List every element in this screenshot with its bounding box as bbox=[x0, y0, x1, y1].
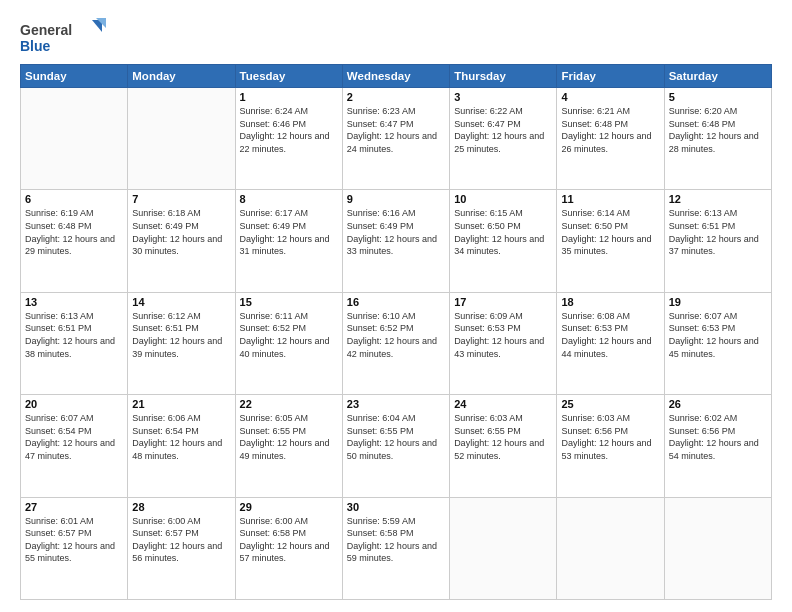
calendar-cell bbox=[128, 88, 235, 190]
weekday-header-sunday: Sunday bbox=[21, 65, 128, 88]
day-number: 11 bbox=[561, 193, 659, 205]
calendar-cell bbox=[664, 497, 771, 599]
day-number: 26 bbox=[669, 398, 767, 410]
day-number: 22 bbox=[240, 398, 338, 410]
calendar-cell: 30Sunrise: 5:59 AMSunset: 6:58 PMDayligh… bbox=[342, 497, 449, 599]
day-number: 29 bbox=[240, 501, 338, 513]
weekday-header-row: SundayMondayTuesdayWednesdayThursdayFrid… bbox=[21, 65, 772, 88]
day-info: Sunrise: 6:23 AMSunset: 6:47 PMDaylight:… bbox=[347, 105, 445, 155]
calendar-week-row: 1Sunrise: 6:24 AMSunset: 6:46 PMDaylight… bbox=[21, 88, 772, 190]
calendar-cell: 14Sunrise: 6:12 AMSunset: 6:51 PMDayligh… bbox=[128, 292, 235, 394]
calendar-cell: 16Sunrise: 6:10 AMSunset: 6:52 PMDayligh… bbox=[342, 292, 449, 394]
day-info: Sunrise: 6:09 AMSunset: 6:53 PMDaylight:… bbox=[454, 310, 552, 360]
day-info: Sunrise: 6:21 AMSunset: 6:48 PMDaylight:… bbox=[561, 105, 659, 155]
day-number: 8 bbox=[240, 193, 338, 205]
day-number: 16 bbox=[347, 296, 445, 308]
calendar-cell: 17Sunrise: 6:09 AMSunset: 6:53 PMDayligh… bbox=[450, 292, 557, 394]
calendar-cell: 27Sunrise: 6:01 AMSunset: 6:57 PMDayligh… bbox=[21, 497, 128, 599]
calendar-cell: 23Sunrise: 6:04 AMSunset: 6:55 PMDayligh… bbox=[342, 395, 449, 497]
calendar-cell: 12Sunrise: 6:13 AMSunset: 6:51 PMDayligh… bbox=[664, 190, 771, 292]
day-info: Sunrise: 6:13 AMSunset: 6:51 PMDaylight:… bbox=[25, 310, 123, 360]
calendar-cell: 22Sunrise: 6:05 AMSunset: 6:55 PMDayligh… bbox=[235, 395, 342, 497]
day-info: Sunrise: 6:18 AMSunset: 6:49 PMDaylight:… bbox=[132, 207, 230, 257]
day-number: 20 bbox=[25, 398, 123, 410]
calendar-cell: 29Sunrise: 6:00 AMSunset: 6:58 PMDayligh… bbox=[235, 497, 342, 599]
day-number: 18 bbox=[561, 296, 659, 308]
day-info: Sunrise: 6:13 AMSunset: 6:51 PMDaylight:… bbox=[669, 207, 767, 257]
weekday-header-monday: Monday bbox=[128, 65, 235, 88]
day-info: Sunrise: 6:02 AMSunset: 6:56 PMDaylight:… bbox=[669, 412, 767, 462]
day-number: 19 bbox=[669, 296, 767, 308]
calendar-cell: 15Sunrise: 6:11 AMSunset: 6:52 PMDayligh… bbox=[235, 292, 342, 394]
logo: General Blue bbox=[20, 18, 110, 60]
calendar-cell: 4Sunrise: 6:21 AMSunset: 6:48 PMDaylight… bbox=[557, 88, 664, 190]
page: General Blue SundayMondayTuesdayWednesda… bbox=[0, 0, 792, 612]
day-info: Sunrise: 6:20 AMSunset: 6:48 PMDaylight:… bbox=[669, 105, 767, 155]
calendar-cell: 20Sunrise: 6:07 AMSunset: 6:54 PMDayligh… bbox=[21, 395, 128, 497]
header: General Blue bbox=[20, 18, 772, 60]
weekday-header-friday: Friday bbox=[557, 65, 664, 88]
day-info: Sunrise: 6:07 AMSunset: 6:53 PMDaylight:… bbox=[669, 310, 767, 360]
day-number: 9 bbox=[347, 193, 445, 205]
calendar-cell: 1Sunrise: 6:24 AMSunset: 6:46 PMDaylight… bbox=[235, 88, 342, 190]
weekday-header-wednesday: Wednesday bbox=[342, 65, 449, 88]
calendar-cell: 26Sunrise: 6:02 AMSunset: 6:56 PMDayligh… bbox=[664, 395, 771, 497]
day-info: Sunrise: 6:15 AMSunset: 6:50 PMDaylight:… bbox=[454, 207, 552, 257]
calendar-table: SundayMondayTuesdayWednesdayThursdayFrid… bbox=[20, 64, 772, 600]
day-number: 17 bbox=[454, 296, 552, 308]
day-number: 12 bbox=[669, 193, 767, 205]
calendar-cell bbox=[557, 497, 664, 599]
calendar-cell: 11Sunrise: 6:14 AMSunset: 6:50 PMDayligh… bbox=[557, 190, 664, 292]
svg-text:General: General bbox=[20, 22, 72, 38]
calendar-week-row: 27Sunrise: 6:01 AMSunset: 6:57 PMDayligh… bbox=[21, 497, 772, 599]
calendar-cell: 9Sunrise: 6:16 AMSunset: 6:49 PMDaylight… bbox=[342, 190, 449, 292]
calendar-cell: 13Sunrise: 6:13 AMSunset: 6:51 PMDayligh… bbox=[21, 292, 128, 394]
day-number: 25 bbox=[561, 398, 659, 410]
day-number: 24 bbox=[454, 398, 552, 410]
day-info: Sunrise: 6:19 AMSunset: 6:48 PMDaylight:… bbox=[25, 207, 123, 257]
day-number: 1 bbox=[240, 91, 338, 103]
calendar-cell: 6Sunrise: 6:19 AMSunset: 6:48 PMDaylight… bbox=[21, 190, 128, 292]
logo-svg: General Blue bbox=[20, 18, 110, 60]
day-number: 6 bbox=[25, 193, 123, 205]
calendar-week-row: 13Sunrise: 6:13 AMSunset: 6:51 PMDayligh… bbox=[21, 292, 772, 394]
calendar-week-row: 6Sunrise: 6:19 AMSunset: 6:48 PMDaylight… bbox=[21, 190, 772, 292]
day-number: 7 bbox=[132, 193, 230, 205]
day-number: 2 bbox=[347, 91, 445, 103]
day-number: 23 bbox=[347, 398, 445, 410]
day-number: 21 bbox=[132, 398, 230, 410]
day-number: 30 bbox=[347, 501, 445, 513]
day-number: 10 bbox=[454, 193, 552, 205]
day-info: Sunrise: 6:01 AMSunset: 6:57 PMDaylight:… bbox=[25, 515, 123, 565]
day-info: Sunrise: 6:24 AMSunset: 6:46 PMDaylight:… bbox=[240, 105, 338, 155]
weekday-header-tuesday: Tuesday bbox=[235, 65, 342, 88]
calendar-week-row: 20Sunrise: 6:07 AMSunset: 6:54 PMDayligh… bbox=[21, 395, 772, 497]
svg-text:Blue: Blue bbox=[20, 38, 51, 54]
day-info: Sunrise: 6:11 AMSunset: 6:52 PMDaylight:… bbox=[240, 310, 338, 360]
calendar-cell: 2Sunrise: 6:23 AMSunset: 6:47 PMDaylight… bbox=[342, 88, 449, 190]
day-number: 3 bbox=[454, 91, 552, 103]
weekday-header-thursday: Thursday bbox=[450, 65, 557, 88]
calendar-cell: 7Sunrise: 6:18 AMSunset: 6:49 PMDaylight… bbox=[128, 190, 235, 292]
calendar-cell: 5Sunrise: 6:20 AMSunset: 6:48 PMDaylight… bbox=[664, 88, 771, 190]
day-info: Sunrise: 6:06 AMSunset: 6:54 PMDaylight:… bbox=[132, 412, 230, 462]
weekday-header-saturday: Saturday bbox=[664, 65, 771, 88]
calendar-cell: 25Sunrise: 6:03 AMSunset: 6:56 PMDayligh… bbox=[557, 395, 664, 497]
calendar-cell bbox=[450, 497, 557, 599]
day-info: Sunrise: 6:12 AMSunset: 6:51 PMDaylight:… bbox=[132, 310, 230, 360]
calendar-cell: 28Sunrise: 6:00 AMSunset: 6:57 PMDayligh… bbox=[128, 497, 235, 599]
calendar-cell: 3Sunrise: 6:22 AMSunset: 6:47 PMDaylight… bbox=[450, 88, 557, 190]
day-info: Sunrise: 6:08 AMSunset: 6:53 PMDaylight:… bbox=[561, 310, 659, 360]
calendar-cell: 21Sunrise: 6:06 AMSunset: 6:54 PMDayligh… bbox=[128, 395, 235, 497]
day-number: 13 bbox=[25, 296, 123, 308]
calendar-cell: 24Sunrise: 6:03 AMSunset: 6:55 PMDayligh… bbox=[450, 395, 557, 497]
day-number: 27 bbox=[25, 501, 123, 513]
day-info: Sunrise: 6:00 AMSunset: 6:57 PMDaylight:… bbox=[132, 515, 230, 565]
day-info: Sunrise: 6:03 AMSunset: 6:55 PMDaylight:… bbox=[454, 412, 552, 462]
day-number: 14 bbox=[132, 296, 230, 308]
calendar-cell: 8Sunrise: 6:17 AMSunset: 6:49 PMDaylight… bbox=[235, 190, 342, 292]
day-info: Sunrise: 5:59 AMSunset: 6:58 PMDaylight:… bbox=[347, 515, 445, 565]
calendar-cell bbox=[21, 88, 128, 190]
calendar-cell: 10Sunrise: 6:15 AMSunset: 6:50 PMDayligh… bbox=[450, 190, 557, 292]
day-number: 5 bbox=[669, 91, 767, 103]
